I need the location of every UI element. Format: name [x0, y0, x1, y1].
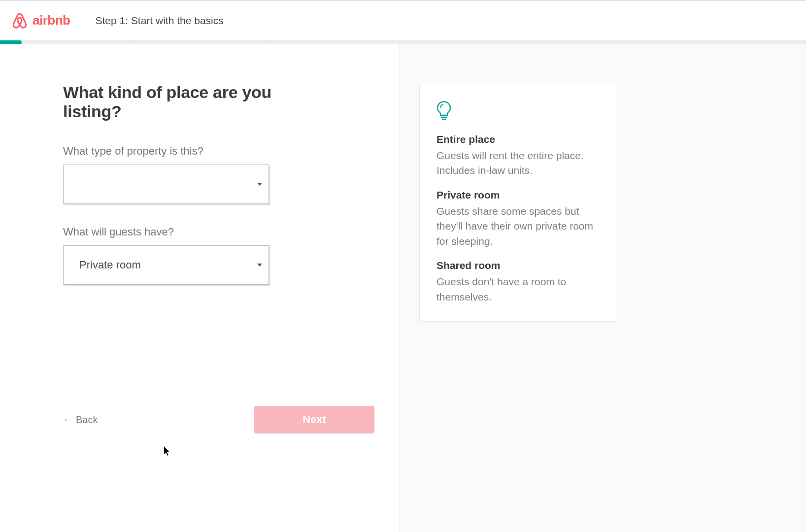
- top-bar: airbnb Step 1: Start with the basics: [0, 0, 806, 40]
- room-type-label: What will guests have?: [63, 226, 315, 238]
- room-type-value: Private room: [79, 259, 141, 271]
- progress-fill: [0, 40, 22, 44]
- info-column: Entire place Guests will rent the entire…: [399, 44, 806, 532]
- tip-title: Entire place: [437, 133, 599, 145]
- footer-nav: ← Back Next: [63, 378, 374, 433]
- tip-title: Private room: [437, 189, 599, 201]
- tip-private-room: Private room Guests share some spaces bu…: [437, 189, 599, 249]
- back-label: Back: [76, 414, 98, 426]
- room-type-select[interactable]: Private room: [63, 245, 269, 285]
- lightbulb-icon: [437, 101, 599, 123]
- property-type-label: What type of property is this?: [63, 145, 315, 158]
- tip-desc: Guests will rent the entire place. Inclu…: [437, 148, 599, 178]
- tips-card: Entire place Guests will rent the entire…: [419, 85, 616, 322]
- tip-entire-place: Entire place Guests will rent the entire…: [437, 133, 599, 178]
- progress-bar: [0, 40, 806, 44]
- next-button[interactable]: Next: [254, 406, 374, 433]
- tip-desc: Guests share some spaces but they'll hav…: [437, 204, 599, 249]
- step-label: Step 1: Start with the basics: [82, 15, 223, 27]
- page-title: What kind of place are you listing?: [63, 83, 315, 121]
- back-button[interactable]: ← Back: [63, 414, 98, 426]
- content: What kind of place are you listing? What…: [0, 44, 806, 532]
- tip-shared-room: Shared room Guests don't have a room to …: [437, 260, 599, 304]
- tip-title: Shared room: [437, 260, 599, 271]
- form-column: What kind of place are you listing? What…: [0, 44, 399, 532]
- logo[interactable]: airbnb: [0, 1, 82, 40]
- logo-text: airbnb: [33, 13, 70, 28]
- arrow-left-icon: ←: [63, 415, 72, 424]
- cursor-icon: [164, 446, 171, 456]
- airbnb-belo-icon: [12, 12, 28, 29]
- tip-desc: Guests don't have a room to themselves.: [437, 274, 599, 304]
- property-type-select[interactable]: [63, 165, 269, 204]
